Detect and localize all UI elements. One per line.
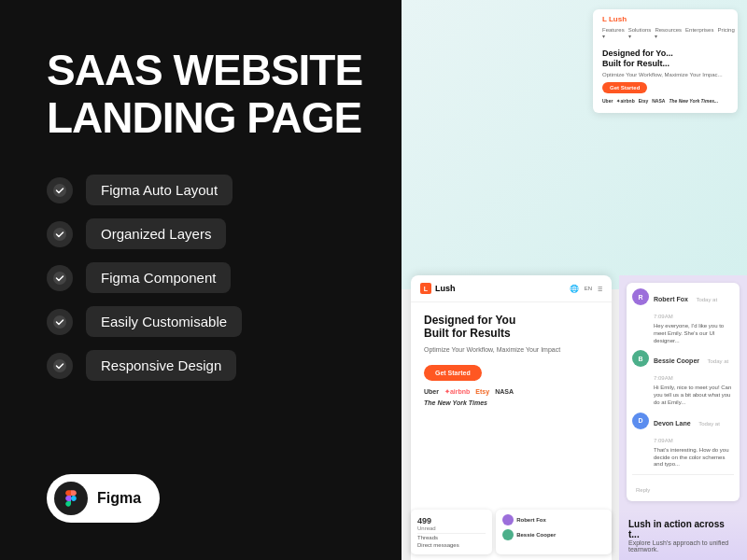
right-panel: Get started Start Your Jo... L Lush Feat… <box>402 0 747 560</box>
mini-name-2: Bessie Cooper <box>516 532 556 538</box>
msg-text-2: Hi Emily, nice to meet you! Can you tell… <box>654 385 734 406</box>
feature-item-figma-component: Figma Component <box>47 262 364 293</box>
brand-airbnb: ✦airbnb <box>616 98 634 104</box>
brand-nyt: The New York Times... <box>669 98 718 104</box>
mini-cards-row: 499 Unread Threads Direct messages Rober… <box>411 504 612 560</box>
figma-icon <box>54 482 88 515</box>
msg-text-1: Hey everyone, I'd like you to meet Emily… <box>654 323 734 344</box>
nav-features: Features ▾ <box>602 27 625 39</box>
features-list: Figma Auto LayoutOrganized LayersFigma C… <box>47 175 364 381</box>
brand-nyt-main: The New York Times <box>424 399 599 406</box>
mini-card-people: Robert Fox Bessie Cooper <box>496 510 612 554</box>
brand-etsy: Etsy <box>639 98 649 104</box>
nav-resources: Resources ▾ <box>655 27 682 39</box>
chat-mockup: R Robert Fox Today at 7:09AM Hey everyon… <box>619 275 747 560</box>
feature-item-easily-customisable: Easily Customisable <box>47 306 364 337</box>
hamburger-icon: ☰ <box>598 286 602 292</box>
brand-nasa-main: NASA <box>495 388 514 395</box>
left-panel: SAAS WEBSITE LANDING PAGE Figma Auto Lay… <box>0 0 402 560</box>
feature-badge-easily-customisable: Easily Customisable <box>86 306 242 337</box>
feature-item-figma-auto-layout: Figma Auto Layout <box>47 175 364 205</box>
brand-uber-main: Uber <box>424 388 439 395</box>
chat-message-2: B Bessie Cooper Today at 7:09AM Hi Emily… <box>632 350 734 406</box>
brand-nasa: NASA <box>652 98 665 104</box>
mockup-hero-title: Designed for You Built for Results <box>424 314 599 341</box>
mockup-navbar: L Lush 🌐 EN ☰ <box>411 275 612 302</box>
preview-navbar: Features ▾ Solutions ▾ Resources ▾ Enter… <box>602 27 728 39</box>
message-content-2: Bessie Cooper Today at 7:09AM Hi Emily, … <box>654 350 734 406</box>
preview-hero-title: Designed for Yo...Built for Result... <box>602 49 728 69</box>
feature-badge-figma-auto-layout: Figma Auto Layout <box>86 175 233 205</box>
nav-pricing: Pricing <box>717 27 734 39</box>
mini-avatar-1 <box>502 514 514 525</box>
figma-label: Figma <box>97 490 141 507</box>
nav-lang: EN <box>585 286 592 291</box>
title-line2: LANDING PAGE <box>47 93 361 142</box>
svg-point-0 <box>53 184 66 197</box>
logo-text: Lush <box>435 284 456 293</box>
mockup-top-section: Get started Start Your Jo... L Lush Feat… <box>402 0 747 289</box>
check-circle-icon <box>47 309 73 335</box>
check-circle-icon <box>47 353 73 379</box>
mini-person-1: Robert Fox <box>502 514 605 525</box>
mini-avatar-2 <box>502 529 514 540</box>
check-circle-icon <box>47 177 73 203</box>
preview-brand-logos: Uber ✦airbnb Etsy NASA The New York Time… <box>602 98 728 104</box>
avatar-bessie: B <box>632 350 649 367</box>
svg-point-4 <box>53 359 66 372</box>
sender-name-1: Robert Fox <box>654 296 688 302</box>
threads-label: Threads <box>417 533 486 541</box>
dm-label: Direct messages <box>417 541 486 548</box>
feature-badge-organized-layers: Organized Layers <box>86 218 226 249</box>
preview-get-started-btn[interactable]: Get Started <box>602 82 647 93</box>
hero-line2: Built for Results <box>424 327 511 340</box>
preview-hero-sub: Optimize Your Workflow, Maximize Your Im… <box>602 72 728 77</box>
main-title: SAAS WEBSITE LANDING PAGE <box>47 47 364 141</box>
chat-message-3: D Devon Lane Today at 7:09AM That's inte… <box>632 413 734 469</box>
message-content-3: Devon Lane Today at 7:09AM That's intere… <box>654 413 734 469</box>
feature-item-organized-layers: Organized Layers <box>47 218 364 249</box>
brand-airbnb-main: ✦airbnb <box>444 388 470 396</box>
msg-text-3: That's interesting. How do you decide on… <box>654 447 734 469</box>
brand-etsy-main: Etsy <box>475 388 489 395</box>
nav-right-items: 🌐 EN ☰ <box>570 285 602 293</box>
notif-count: 499 <box>417 516 486 525</box>
mockup-get-started-btn[interactable]: Get Started <box>424 365 482 381</box>
nav-enterprises: Enterprises <box>685 27 713 39</box>
avatar-devon: D <box>632 413 649 429</box>
brand-uber: Uber <box>602 98 613 104</box>
svg-point-3 <box>53 315 66 329</box>
mockup-hero-subtitle: Optimize Your Workflow, Maximize Your Im… <box>424 345 599 355</box>
sender-name-3: Devon Lane <box>654 420 691 427</box>
mini-person-2: Bessie Cooper <box>502 529 605 540</box>
mockup-hero-section: Designed for You Built for Results Optim… <box>411 302 612 417</box>
logo-icon: L <box>420 283 431 294</box>
lush-action-title: Lush in action across t... <box>628 519 738 539</box>
chat-message-1: R Robert Fox Today at 7:09AM Hey everyon… <box>632 288 734 344</box>
preview-hero: Designed for Yo...Built for Result... Op… <box>602 45 728 107</box>
avatar-robert: R <box>632 288 649 305</box>
chat-card: R Robert Fox Today at 7:09AM Hey everyon… <box>627 283 740 501</box>
lush-action-sub: Explore Lush's approach to unified teamw… <box>628 539 738 553</box>
sender-name-2: Bessie Cooper <box>654 357 699 364</box>
feature-item-responsive-design: Responsive Design <box>47 350 364 381</box>
feature-badge-responsive-design: Responsive Design <box>86 350 236 381</box>
figma-badge[interactable]: Figma <box>47 474 160 523</box>
globe-icon: 🌐 <box>570 285 579 293</box>
mini-name-1: Robert Fox <box>516 517 546 523</box>
mini-card-notifications: 499 Unread Threads Direct messages <box>411 510 492 554</box>
title-line1: SAAS WEBSITE <box>47 46 362 94</box>
feature-badge-figma-component: Figma Component <box>86 262 231 293</box>
message-content-1: Robert Fox Today at 7:09AM Hey everyone,… <box>654 288 734 344</box>
svg-point-1 <box>53 228 66 241</box>
svg-point-2 <box>53 272 66 285</box>
notif-label: Unread <box>417 525 486 531</box>
check-circle-icon <box>47 221 73 247</box>
preview-logo: L Lush <box>602 15 627 23</box>
ui-preview-card: L Lush Features ▾ Solutions ▾ Resources … <box>593 9 738 113</box>
check-circle-icon <box>47 265 73 291</box>
bottom-cta-overlay: Lush in action across t... Explore Lush'… <box>619 509 747 560</box>
reply-input[interactable]: Reply <box>632 487 650 493</box>
brand-row-1: Uber ✦airbnb Etsy NASA <box>424 388 599 396</box>
nav-solutions: Solutions ▾ <box>628 27 652 39</box>
